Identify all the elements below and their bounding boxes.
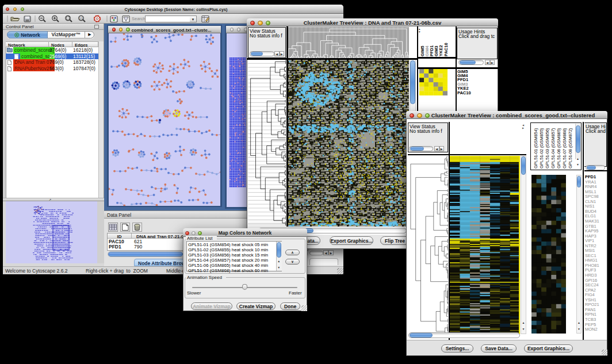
- svg-text:Search:: Search:: [132, 16, 147, 21]
- svg-text:1:1: 1:1: [79, 17, 83, 20]
